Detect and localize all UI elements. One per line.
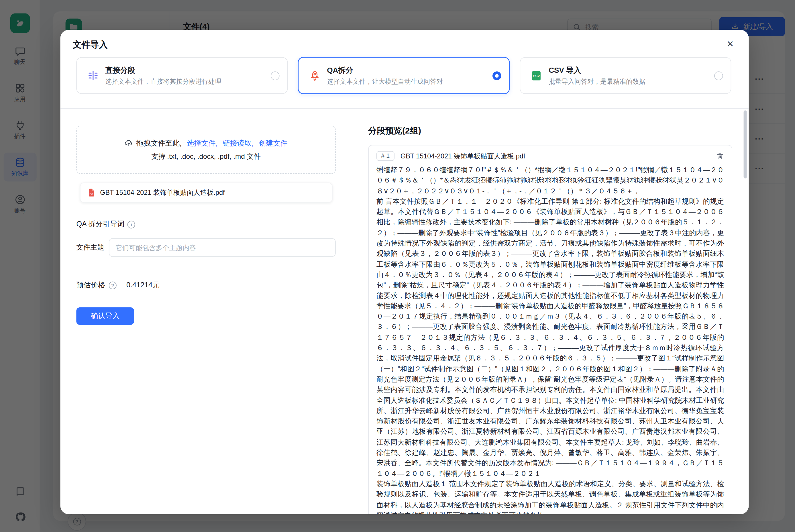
svg-text:PDF: PDF (90, 193, 94, 195)
chunk-header: # 1 GBT 15104-2021 装饰单板贴面人造板.pdf (376, 151, 724, 161)
price-help-icon[interactable]: ? (109, 281, 117, 289)
chunk-file-name: GBT 15104-2021 装饰单板贴面人造板.pdf (400, 151, 525, 160)
chunk-paragraph: 前 言本文件按照ＧＢ／Ｔ１．１—２０２０《标准化工作导则 第１部分: 标准化文件… (376, 196, 724, 479)
chunk-paragraph: 装饰单板贴面人造板１ 范围本文件规定了装饰单板贴面人造板的术语和定义、分类、要求… (376, 479, 724, 514)
mode-card-qa-split[interactable]: QA拆分 选择文本文件，让大模型自动生成问答对 (298, 57, 509, 94)
create-file-link[interactable]: 创建文件 (259, 138, 288, 148)
mode-texts: CSV 导入 批量导入问答对，是最精准的数据 (549, 65, 645, 86)
csv-file-icon: CSV (530, 70, 543, 81)
radio-qa-split[interactable] (492, 71, 501, 80)
file-topic-row: 文件主题 (76, 239, 336, 257)
mode-desc: 选择文本文件，直接将其按分段进行处理 (105, 77, 221, 86)
chunk-paragraph: 犐犆犛７９．０６０犆犆犛犅７０!"＃＄％＆＇（）*犌犅／犜１５１０４—２０２１!… (376, 165, 724, 196)
chunk-index-badge: # 1 (376, 151, 394, 161)
segment-icon (86, 70, 100, 81)
close-icon[interactable]: ✕ (723, 37, 737, 51)
rocket-icon (308, 70, 321, 81)
confirm-import-button[interactable]: 确认导入 (76, 307, 134, 325)
mode-card-direct-segment[interactable]: 直接分段 选择文本文件，直接将其按分段进行处理 (76, 57, 288, 94)
dropzone-line1: 拖拽文件至此, 选择文件, 链接读取, 创建文件 (124, 138, 287, 148)
import-mode-selector: 直接分段 选择文本文件，直接将其按分段进行处理 (76, 57, 731, 94)
info-icon[interactable]: i (128, 221, 135, 228)
preview-chunk-card: # 1 GBT 15104-2021 装饰单板贴面人造板.pdf 犐犆犛７９．０… (368, 145, 732, 514)
topic-input[interactable] (109, 239, 336, 257)
uploaded-file-name: GBT 15104-2021 装饰单板贴面人造板.pdf (100, 188, 225, 197)
price-label: 预估价格 (76, 281, 105, 290)
link-read-link[interactable]: 链接读取, (223, 138, 255, 148)
select-file-link[interactable]: 选择文件, (187, 138, 220, 148)
pdf-file-icon: PDF (88, 188, 95, 197)
mode-texts: 直接分段 选择文本文件，直接将其按分段进行处理 (105, 65, 221, 86)
uploaded-file-item[interactable]: PDF GBT 15104-2021 装饰单板贴面人造板.pdf (80, 183, 333, 203)
modal-divider (60, 108, 749, 109)
radio-csv-import[interactable] (714, 71, 723, 80)
mode-desc: 选择文本文件，让大模型自动生成问答对 (327, 77, 443, 86)
file-import-modal: 文件导入 ✕ 直接分段 选择文本文件，直接将其按分段进行处理 (60, 30, 749, 514)
estimated-price-row: 预估价格 ? 0.41214元 (76, 281, 159, 290)
mode-card-csv-import[interactable]: CSV CSV 导入 批量导入问答对，是最精准的数据 (520, 57, 731, 94)
modal-title: 文件导入 (73, 39, 108, 51)
file-dropzone[interactable]: 拖拽文件至此, 选择文件, 链接读取, 创建文件 支持 .txt, .doc, … (76, 126, 336, 174)
chunk-text: 犐犆犛７９．０６０犆犆犛犅７０!"＃＄％＆＇（）*犌犅／犜１５１０４—２０２１!… (376, 165, 724, 514)
mode-title: CSV 导入 (549, 65, 645, 75)
segment-preview-title: 分段预览(2组) (368, 125, 421, 137)
modal-scrollbar[interactable] (744, 110, 747, 178)
mode-title: QA拆分 (327, 65, 443, 75)
dropzone-text: 拖拽文件至此, (136, 138, 184, 148)
price-value: 0.41214元 (126, 281, 159, 290)
mode-desc: 批量导入问答对，是最精准的数据 (549, 77, 645, 86)
radio-direct-segment[interactable] (271, 71, 280, 80)
qa-prompt-row: QA 拆分引导词 i (76, 220, 135, 229)
mode-title: 直接分段 (105, 65, 221, 75)
upload-cloud-icon (124, 139, 133, 148)
screen: 聊天 应用 (0, 0, 795, 532)
delete-chunk-icon[interactable] (716, 152, 724, 160)
mode-texts: QA拆分 选择文本文件，让大模型自动生成问答对 (327, 65, 443, 86)
topic-label: 文件主题 (76, 243, 109, 252)
svg-text:CSV: CSV (533, 74, 540, 78)
dropzone-support-text: 支持 .txt, .doc, .docx, .pdf, .md 文件 (151, 152, 261, 161)
qa-prompt-label: QA 拆分引导词 (76, 220, 124, 229)
